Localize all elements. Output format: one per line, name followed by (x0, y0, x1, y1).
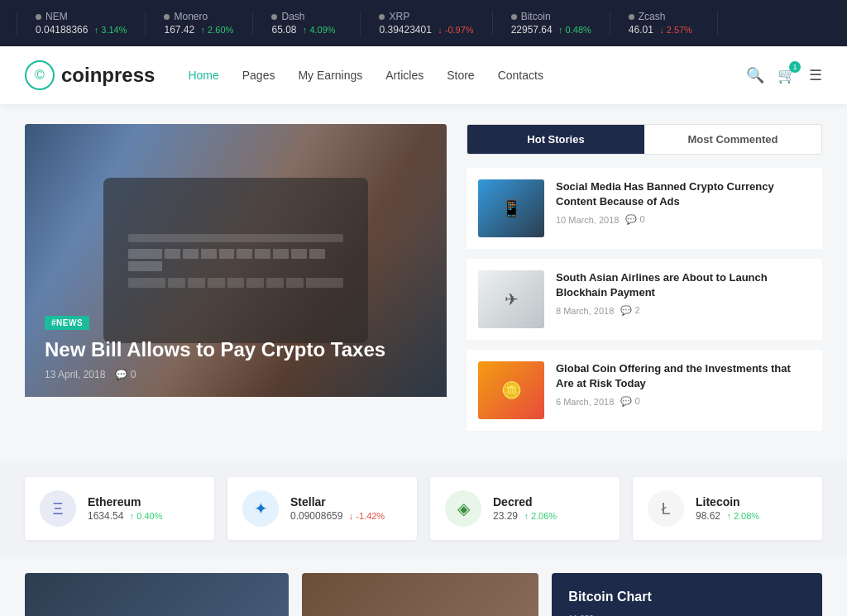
nav-links: HomePagesMy EarningsArticlesStoreContact… (188, 69, 746, 82)
news-thumb-bg: 📱 (478, 179, 544, 237)
navbar: © coinpress HomePagesMy EarningsArticles… (0, 46, 847, 104)
news-date: 6 March, 2018 (556, 397, 614, 407)
sidebar-news: Hot Stories Most Commented 📱 Social Medi… (467, 124, 822, 441)
nav-link-store[interactable]: Store (447, 69, 474, 82)
hero-meta: 13 April, 2018 💬 0 (45, 369, 427, 380)
hero-section: #NEWS New Bill Allows to Pay Crypto Taxe… (25, 124, 447, 441)
tabs-row: Hot Stories Most Commented (467, 124, 822, 155)
crypto-price: 23.29 ↑ 2.06% (493, 510, 605, 522)
ticker-name: Zcash (629, 11, 699, 22)
news-card[interactable]: ✈ South Asian Airlines are About to Laun… (467, 259, 822, 340)
news-comments: 💬 2 (620, 305, 639, 316)
ticker-item: NEM 0.04188366 ↑ 3.14% (17, 11, 146, 36)
ticker-change: ↑ 4.09% (303, 25, 336, 35)
crypto-change: ↑ 0.40% (130, 511, 163, 521)
logo-text: coinpress (61, 64, 155, 87)
news-card[interactable]: 🪙 Global Coin Offering and the Investmen… (467, 350, 822, 431)
news-thumb-bg: 🪙 (478, 361, 544, 419)
ticker-item: Monero 167.42 ↑ 2.60% (146, 11, 253, 36)
crypto-info: Ethereum 1634.54 ↑ 0.40% (88, 495, 199, 522)
ticker-change: ↑ 3.14% (94, 25, 127, 35)
news-tag: #NEWS (45, 316, 89, 330)
ticker-item: Bitcoin 22957.64 ↑ 0.48% (493, 11, 610, 36)
news-date: 8 March, 2018 (556, 306, 614, 316)
news-date: 10 March, 2018 (556, 215, 619, 225)
crypto-change: ↓ -1.42% (349, 511, 385, 521)
crypto-card[interactable]: Ξ Ethereum 1634.54 ↑ 0.40% (25, 477, 214, 540)
tab-hot-stories[interactable]: Hot Stories (467, 125, 644, 154)
crypto-info: Stellar 0.09008659 ↓ -1.42% (290, 495, 402, 522)
search-icon[interactable]: 🔍 (746, 66, 764, 84)
article-card-1[interactable]: Crypto News... (25, 573, 289, 616)
ticker-bar: NEM 0.04188366 ↑ 3.14% Monero 167.42 ↑ 2… (0, 0, 847, 46)
cart-icon[interactable]: 🛒 1 (778, 66, 796, 84)
ticker-value: 65.08 ↑ 4.09% (271, 24, 342, 36)
nav-link-articles[interactable]: Articles (385, 69, 424, 82)
cart-badge: 1 (789, 61, 801, 73)
news-cards-container: 📱 Social Media Has Banned Crypto Currenc… (467, 168, 822, 431)
bitcoin-chart: Bitcoin Chart 11,000 10,500 (552, 573, 822, 616)
ticker-name: Dash (271, 11, 342, 22)
news-card-title: Social Media Has Banned Crypto Currency … (556, 179, 811, 209)
crypto-info: Decred 23.29 ↑ 2.06% (493, 495, 605, 522)
crypto-name: Decred (493, 495, 605, 509)
news-comments: 💬 0 (620, 396, 639, 407)
crypto-price: 98.62 ↑ 2.08% (696, 510, 807, 522)
crypto-row: Ξ Ethereum 1634.54 ↑ 0.40% ✦ Stellar 0.0… (0, 461, 847, 556)
ticker-item: Zcash 46.01 ↓ 2.57% (610, 11, 718, 36)
ticker-change: ↑ 2.60% (201, 25, 234, 35)
ticker-name: XRP (379, 11, 473, 22)
crypto-card[interactable]: ◈ Decred 23.29 ↑ 2.06% (430, 477, 620, 540)
ticker-change: ↓ 2.57% (659, 25, 692, 35)
ticker-name: Monero (164, 11, 234, 22)
news-card-title: South Asian Airlines are About to Launch… (556, 270, 811, 300)
crypto-change: ↑ 2.06% (524, 511, 557, 521)
crypto-name: Stellar (290, 495, 402, 509)
nav-link-home[interactable]: Home (188, 69, 218, 82)
news-body: Global Coin Offering and the Investments… (556, 361, 811, 407)
news-body: Social Media Has Banned Crypto Currency … (556, 179, 811, 225)
crypto-icon: Ł (648, 490, 684, 527)
hero-image: #NEWS New Bill Allows to Pay Crypto Taxe… (25, 124, 447, 397)
ticker-value: 22957.64 ↑ 0.48% (511, 24, 591, 36)
hero-title: New Bill Allows to Pay Crypto Taxes (45, 337, 427, 362)
crypto-name: Ethereum (88, 495, 199, 509)
hero-comments: 💬 0 (115, 369, 136, 380)
tab-most-commented[interactable]: Most Commented (644, 125, 821, 154)
crypto-card[interactable]: ✦ Stellar 0.09008659 ↓ -1.42% (227, 477, 417, 540)
ticker-change: ↑ 0.48% (558, 25, 591, 35)
news-meta: 10 March, 2018 💬 0 (556, 214, 811, 225)
ticker-name: Bitcoin (511, 11, 591, 22)
crypto-card[interactable]: Ł Litecoin 98.62 ↑ 2.08% (633, 477, 822, 540)
crypto-info: Litecoin 98.62 ↑ 2.08% (696, 495, 807, 522)
news-thumb: 🪙 (478, 361, 544, 419)
crypto-icon: ✦ (242, 490, 279, 527)
news-card[interactable]: 📱 Social Media Has Banned Crypto Currenc… (467, 168, 822, 249)
ticker-value: 167.42 ↑ 2.60% (164, 24, 234, 36)
ticker-value: 0.39423401 ↓ -0.97% (379, 24, 473, 36)
news-thumb: ✈ (478, 270, 544, 328)
ticker-change: ↓ -0.97% (438, 25, 473, 35)
logo-icon: © (25, 60, 55, 90)
nav-link-contacts[interactable]: Contacts (498, 69, 543, 82)
news-body: South Asian Airlines are About to Launch… (556, 270, 811, 316)
bottom-section: Crypto News... Blockchain... Bitcoin Cha… (0, 556, 847, 616)
news-meta: 6 March, 2018 💬 0 (556, 396, 811, 407)
news-thumb-bg: ✈ (478, 270, 544, 328)
crypto-change: ↑ 2.08% (726, 511, 759, 521)
news-comments: 💬 0 (625, 214, 644, 225)
article-card-2[interactable]: Blockchain... (302, 573, 539, 616)
hero-date: 13 April, 2018 (45, 369, 105, 380)
news-thumb: 📱 (478, 179, 544, 237)
ticker-item: Dash 65.08 ↑ 4.09% (253, 11, 361, 36)
logo[interactable]: © coinpress (25, 60, 155, 90)
news-card-title: Global Coin Offering and the Investments… (556, 361, 811, 391)
menu-icon[interactable]: ☰ (809, 66, 822, 84)
nav-actions: 🔍 🛒 1 ☰ (746, 66, 822, 84)
news-meta: 8 March, 2018 💬 2 (556, 305, 811, 316)
ticker-value: 46.01 ↓ 2.57% (629, 24, 699, 36)
nav-link-my-earnings[interactable]: My Earnings (298, 69, 362, 82)
main-content: #NEWS New Bill Allows to Pay Crypto Taxe… (0, 104, 847, 461)
nav-link-pages[interactable]: Pages (242, 69, 275, 82)
crypto-name: Litecoin (696, 495, 807, 509)
